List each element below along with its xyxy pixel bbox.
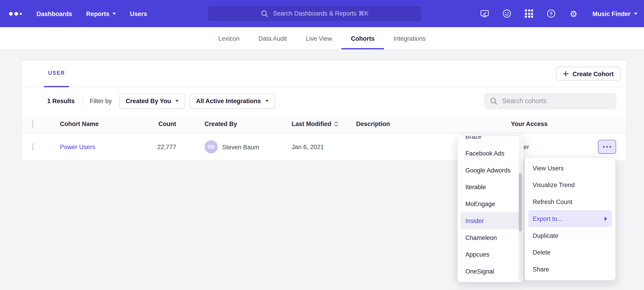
menu-item-facebook-ads[interactable]: Facebook Ads: [458, 145, 523, 162]
chevron-right-icon: [604, 217, 607, 221]
tab-cohorts[interactable]: Cohorts: [342, 27, 384, 49]
project-name: Music Finder: [592, 10, 630, 17]
chevron-down-icon: [634, 13, 638, 15]
tab-lexicon[interactable]: Lexicon: [209, 27, 249, 49]
export-to-label: Export to...: [533, 215, 562, 222]
column-cohort-name: Cohort Name: [60, 120, 99, 127]
menu-item-google-adwords[interactable]: Google Adwords: [458, 162, 523, 179]
ellipsis-icon: [603, 146, 605, 148]
main-content: USER Create Cohort 1 Results Filter by C…: [0, 60, 644, 161]
tab-live-view[interactable]: Live View: [296, 27, 342, 49]
chevron-down-icon: [112, 13, 116, 15]
menu-item-export-to[interactable]: Export to...: [528, 210, 612, 227]
apps-grid-icon[interactable]: [524, 9, 534, 19]
filter-integrations[interactable]: All Active Integrations: [190, 94, 276, 108]
nav-dashboards-label: Dashboards: [36, 10, 72, 17]
nav-reports[interactable]: Reports: [86, 0, 116, 27]
row-more-actions-button[interactable]: [598, 140, 616, 154]
row-checkbox[interactable]: [32, 143, 33, 151]
search-cohorts-input[interactable]: [484, 93, 616, 109]
created-by-name: Steven Baum: [222, 143, 259, 151]
filter-created-by[interactable]: Created By You: [119, 94, 186, 108]
global-search-label: Search Dashboards & Reports ⌘K: [273, 10, 368, 17]
plus-icon: [563, 71, 568, 76]
chevron-down-icon: [265, 100, 268, 102]
nav-users[interactable]: Users: [130, 0, 147, 27]
app-window: Dashboards Reports Users Search Dashboar…: [0, 0, 644, 290]
compose-icon[interactable]: [480, 9, 490, 19]
menu-item-iterable[interactable]: Iterable: [458, 179, 523, 196]
cohort-name-link[interactable]: Power Users: [60, 143, 95, 151]
row-context-menu: View Users Visualize Trend Refresh Count…: [524, 158, 616, 281]
menu-item-braze[interactable]: Braze: [458, 136, 523, 145]
created-by-cell: SB Steven Baum: [204, 140, 259, 154]
filter-integrations-label: All Active Integrations: [196, 97, 261, 104]
logo-dot: [14, 12, 18, 15]
menu-item-onesignal[interactable]: OneSignal: [458, 263, 523, 280]
nav-reports-label: Reports: [86, 10, 110, 17]
menu-item-refresh-count[interactable]: Refresh Count: [525, 193, 615, 210]
filter-by-label: Filter by: [90, 97, 112, 104]
feedback-smiley-icon[interactable]: [502, 9, 512, 19]
create-cohort-label: Create Cohort: [572, 70, 614, 77]
menu-item-view-users[interactable]: View Users: [525, 160, 615, 177]
column-description: Description: [356, 120, 390, 127]
export-submenu: Braze Facebook Ads Google Adwords Iterab…: [458, 136, 523, 282]
submenu-scrollbar-track: [519, 137, 522, 281]
tab-user-cohorts[interactable]: USER: [44, 60, 69, 87]
column-your-access: Your Access: [511, 120, 548, 127]
help-icon[interactable]: ?: [546, 9, 556, 19]
column-created-by: Created By: [204, 120, 237, 127]
svg-text:?: ?: [550, 11, 553, 16]
menu-item-delete[interactable]: Delete: [525, 244, 615, 261]
filter-created-by-label: Created By You: [126, 97, 171, 104]
logo-dot: [9, 12, 13, 15]
create-cohort-button[interactable]: Create Cohort: [556, 67, 620, 80]
settings-gear-icon[interactable]: ⚙: [569, 9, 578, 19]
primary-nav: Dashboards Reports Users: [36, 0, 147, 27]
logo-dot: [20, 13, 22, 15]
menu-item-share[interactable]: Share: [525, 261, 615, 278]
app-logo-icon[interactable]: [9, 12, 22, 15]
menu-item-appcues[interactable]: Appcues: [458, 246, 523, 263]
menu-item-duplicate[interactable]: Duplicate: [525, 227, 615, 244]
export-submenu-list: Braze Facebook Ads Google Adwords Iterab…: [458, 136, 523, 279]
divider: [82, 96, 82, 106]
nav-dashboards[interactable]: Dashboards: [36, 0, 72, 27]
last-modified-value: Jan 6, 2021: [292, 143, 324, 151]
top-navigation-bar: Dashboards Reports Users Search Dashboar…: [0, 0, 644, 27]
global-search-button[interactable]: Search Dashboards & Reports ⌘K: [207, 5, 422, 22]
filter-toolbar: 1 Results Filter by Created By You All A…: [22, 87, 626, 115]
column-last-modified[interactable]: Last Modified: [292, 120, 338, 127]
chevron-down-icon: [176, 100, 179, 102]
cohort-count: 22,777: [139, 143, 176, 151]
menu-item-insider[interactable]: Insider: [460, 212, 520, 229]
submenu-scrollbar-thumb[interactable]: [519, 173, 522, 231]
search-cohorts-wrap: [484, 93, 616, 109]
cohorts-card-header: USER Create Cohort: [22, 60, 626, 87]
tab-integrations[interactable]: Integrations: [384, 27, 435, 49]
cohorts-table-header: Cohort Name Count Created By Last Modifi…: [22, 115, 626, 133]
table-row: Power Users 22,777 SB Steven Baum Jan 6,…: [22, 133, 626, 161]
avatar: SB: [204, 140, 218, 154]
search-icon: [260, 10, 268, 17]
search-icon: [490, 97, 498, 105]
menu-item-visualize-trend[interactable]: Visualize Trend: [525, 177, 615, 194]
project-switcher[interactable]: Music Finder: [592, 10, 638, 17]
column-count: Count: [139, 120, 176, 127]
topbar-actions: ? ⚙ Music Finder: [480, 0, 638, 27]
section-tabs: Lexicon Data Audit Live View Cohorts Int…: [0, 27, 644, 50]
cohorts-card: USER Create Cohort 1 Results Filter by C…: [22, 60, 627, 161]
tab-data-audit[interactable]: Data Audit: [249, 27, 296, 49]
results-count: 1 Results: [47, 97, 75, 104]
select-all-checkbox[interactable]: [32, 120, 33, 127]
menu-item-chameleon[interactable]: Chameleon: [458, 229, 523, 246]
sort-icon: [334, 120, 338, 127]
nav-users-label: Users: [130, 10, 147, 17]
menu-item-moengage[interactable]: MoEngage: [458, 195, 523, 212]
